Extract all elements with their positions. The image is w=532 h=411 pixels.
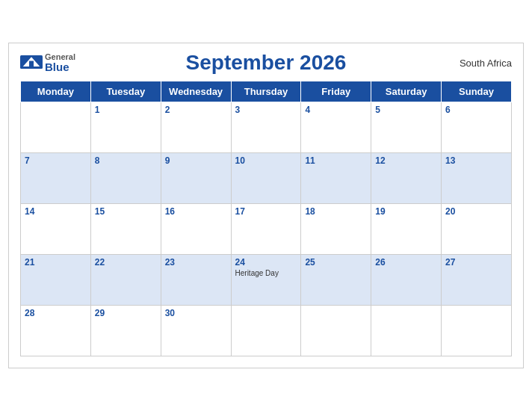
calendar-title: September 2026 (186, 51, 347, 75)
calendar-week-row: 14151617181920 (21, 204, 512, 255)
col-saturday: Saturday (371, 81, 442, 102)
calendar-cell: 19 (371, 204, 442, 255)
day-number: 6 (445, 105, 507, 115)
day-number: 15 (95, 206, 157, 217)
day-number: 26 (375, 257, 437, 268)
calendar-cell: 15 (90, 204, 161, 255)
col-thursday: Thursday (231, 81, 301, 102)
col-wednesday: Wednesday (161, 81, 231, 102)
day-number: 21 (25, 257, 87, 268)
col-sunday: Sunday (442, 81, 512, 102)
day-number: 2 (165, 105, 227, 115)
calendar-week-row: 123456 (21, 102, 512, 153)
calendar-body: 123456789101112131415161718192021222324H… (21, 102, 512, 356)
day-number: 20 (445, 206, 507, 217)
col-friday: Friday (301, 81, 371, 102)
calendar-cell: 6 (442, 102, 512, 153)
day-number: 3 (235, 105, 297, 115)
calendar-container: General Blue September 2026 South Africa… (8, 43, 524, 368)
calendar-cell (231, 306, 301, 356)
day-number: 24 (235, 257, 297, 268)
calendar-cell: 26 (371, 255, 442, 306)
calendar-cell: 16 (161, 204, 231, 255)
country-label: South Africa (460, 58, 512, 69)
logo-blue-text: Blue (45, 61, 75, 72)
calendar-grid: Monday Tuesday Wednesday Thursday Friday… (20, 81, 512, 356)
calendar-cell: 17 (231, 204, 301, 255)
calendar-cell: 24Heritage Day (231, 255, 301, 306)
day-number: 22 (95, 257, 157, 268)
day-number: 27 (445, 257, 507, 268)
day-number: 12 (375, 155, 437, 166)
calendar-cell: 13 (442, 153, 512, 204)
calendar-cell: 28 (21, 306, 91, 356)
calendar-week-row: 21222324Heritage Day252627 (21, 255, 512, 306)
calendar-cell: 27 (442, 255, 512, 306)
day-number: 4 (305, 105, 367, 115)
calendar-cell: 11 (301, 153, 371, 204)
calendar-cell: 7 (21, 153, 91, 204)
day-number: 18 (305, 206, 367, 217)
calendar-cell: 5 (371, 102, 442, 153)
calendar-cell: 9 (161, 153, 231, 204)
day-number: 1 (95, 105, 157, 115)
day-number: 23 (165, 257, 227, 268)
calendar-cell: 21 (21, 255, 91, 306)
day-number: 8 (95, 155, 157, 166)
weekday-header-row: Monday Tuesday Wednesday Thursday Friday… (21, 81, 512, 102)
day-number: 19 (375, 206, 437, 217)
calendar-cell: 18 (301, 204, 371, 255)
day-number: 11 (305, 155, 367, 166)
calendar-cell: 29 (90, 306, 161, 356)
svg-rect-2 (29, 61, 34, 67)
calendar-cell (301, 306, 371, 356)
day-number: 9 (165, 155, 227, 166)
col-monday: Monday (21, 81, 91, 102)
calendar-cell (371, 306, 442, 356)
calendar-cell: 8 (90, 153, 161, 204)
day-number: 5 (375, 105, 437, 115)
calendar-cell: 20 (442, 204, 512, 255)
day-number: 7 (25, 155, 87, 166)
logo-icon (20, 55, 43, 69)
calendar-cell: 14 (21, 204, 91, 255)
day-number: 13 (445, 155, 507, 166)
calendar-cell: 4 (301, 102, 371, 153)
calendar-cell: 1 (90, 102, 161, 153)
day-number: 30 (165, 308, 227, 318)
logo-area: General Blue (20, 53, 75, 72)
calendar-cell: 22 (90, 255, 161, 306)
calendar-cell: 12 (371, 153, 442, 204)
day-number: 10 (235, 155, 297, 166)
calendar-cell: 3 (231, 102, 301, 153)
calendar-cell: 10 (231, 153, 301, 204)
event-label: Heritage Day (235, 269, 297, 277)
calendar-cell: 25 (301, 255, 371, 306)
col-tuesday: Tuesday (90, 81, 161, 102)
day-number: 16 (165, 206, 227, 217)
calendar-cell: 23 (161, 255, 231, 306)
day-number: 29 (95, 308, 157, 318)
calendar-cell (21, 102, 91, 153)
day-number: 17 (235, 206, 297, 217)
day-number: 14 (25, 206, 87, 217)
day-number: 28 (25, 308, 87, 318)
calendar-cell (442, 306, 512, 356)
calendar-cell: 2 (161, 102, 231, 153)
calendar-week-row: 78910111213 (21, 153, 512, 204)
calendar-header: General Blue September 2026 South Africa (20, 51, 512, 75)
calendar-week-row: 282930 (21, 306, 512, 356)
day-number: 25 (305, 257, 367, 268)
calendar-cell: 30 (161, 306, 231, 356)
